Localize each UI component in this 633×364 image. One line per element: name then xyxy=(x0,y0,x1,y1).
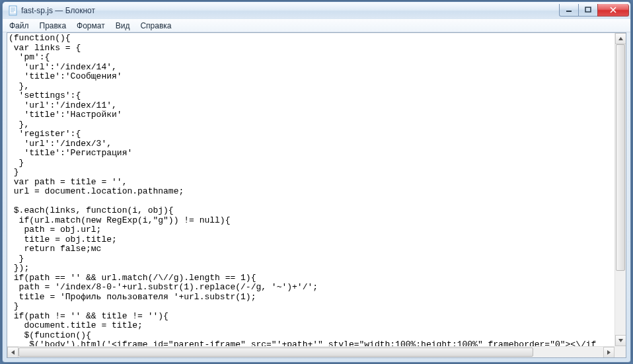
window-controls xyxy=(560,4,629,17)
menu-view[interactable]: Вид xyxy=(110,19,135,32)
notepad-icon xyxy=(8,5,19,16)
svg-rect-1 xyxy=(566,11,572,12)
notepad-window: fast-sp.js — Блокнот Файл Правка Формат … xyxy=(2,1,631,363)
vertical-scrollbar[interactable] xyxy=(614,33,626,346)
scroll-down-button[interactable] xyxy=(615,335,626,346)
close-button[interactable] xyxy=(597,4,629,17)
menubar: Файл Правка Формат Вид Справка xyxy=(3,19,630,32)
text-area[interactable]: (function(){ var links = { 'pm':{ 'url':… xyxy=(7,33,614,346)
svg-rect-2 xyxy=(585,7,591,12)
horizontal-scroll-thumb[interactable] xyxy=(19,347,533,357)
menu-file[interactable]: Файл xyxy=(4,19,34,32)
scroll-right-button[interactable] xyxy=(603,347,614,358)
horizontal-scroll-track[interactable] xyxy=(19,347,603,357)
scroll-up-button[interactable] xyxy=(615,33,626,44)
horizontal-scrollbar[interactable] xyxy=(7,346,614,357)
scroll-corner xyxy=(614,346,626,357)
minimize-button[interactable] xyxy=(559,4,579,17)
titlebar[interactable]: fast-sp.js — Блокнот xyxy=(3,2,630,19)
menu-format[interactable]: Формат xyxy=(71,19,110,32)
window-title: fast-sp.js — Блокнот xyxy=(21,6,560,15)
client-area: (function(){ var links = { 'pm':{ 'url':… xyxy=(7,32,626,358)
menu-help[interactable]: Справка xyxy=(135,19,176,32)
menu-edit[interactable]: Правка xyxy=(34,19,72,32)
vertical-scroll-track[interactable] xyxy=(615,44,626,335)
maximize-button[interactable] xyxy=(578,4,598,17)
scroll-left-button[interactable] xyxy=(7,347,19,358)
vertical-scroll-thumb[interactable] xyxy=(616,44,625,271)
